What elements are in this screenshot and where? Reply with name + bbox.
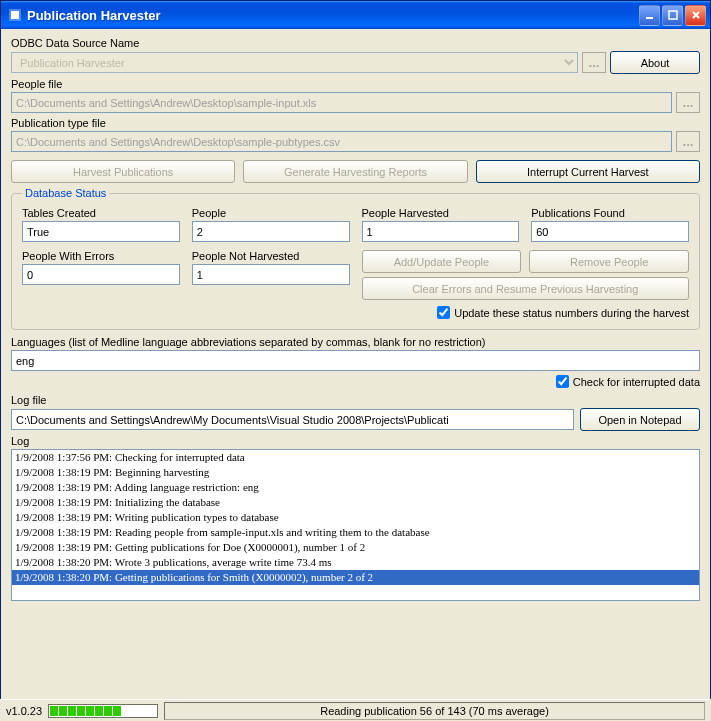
pubtype-file-browse-button: ... <box>676 131 700 152</box>
update-status-checkbox[interactable] <box>437 306 450 319</box>
odbc-browse-button: ... <box>582 52 606 73</box>
tables-created-label: Tables Created <box>22 207 180 219</box>
log-line[interactable]: 1/9/2008 1:38:20 PM: Wrote 3 publication… <box>12 555 699 570</box>
people-value <box>192 221 350 242</box>
add-update-people-button: Add/Update People <box>362 250 522 273</box>
languages-label: Languages (list of Medline language abbr… <box>11 336 700 348</box>
status-message: Reading publication 56 of 143 (70 ms ave… <box>164 702 705 720</box>
people-file-browse-button: ... <box>676 92 700 113</box>
window-title: Publication Harvester <box>27 8 637 23</box>
open-notepad-button[interactable]: Open in Notepad <box>580 408 700 431</box>
minimize-button[interactable] <box>639 5 660 26</box>
people-not-harvested-label: People Not Harvested <box>192 250 350 262</box>
logfile-input[interactable] <box>11 409 574 430</box>
close-button[interactable] <box>685 5 706 26</box>
app-icon <box>7 7 23 23</box>
remove-people-button: Remove People <box>529 250 689 273</box>
svg-rect-3 <box>669 11 677 19</box>
log-line[interactable]: 1/9/2008 1:38:19 PM: Getting publication… <box>12 540 699 555</box>
database-status-legend: Database Status <box>22 187 109 199</box>
people-file-label: People file <box>11 78 700 90</box>
version-label: v1.0.23 <box>6 705 42 717</box>
log-line[interactable]: 1/9/2008 1:38:19 PM: Beginning harvestin… <box>12 465 699 480</box>
maximize-button[interactable] <box>662 5 683 26</box>
titlebar: Publication Harvester <box>1 1 710 29</box>
pubtype-file-input <box>11 131 672 152</box>
log-listbox[interactable]: 1/9/2008 1:37:56 PM: Checking for interr… <box>11 449 700 601</box>
log-label: Log <box>11 435 700 447</box>
harvest-button: Harvest Publications <box>11 160 235 183</box>
interrupted-checkbox[interactable] <box>556 375 569 388</box>
logfile-label: Log file <box>11 394 700 406</box>
people-file-input <box>11 92 672 113</box>
log-line[interactable]: 1/9/2008 1:38:19 PM: Writing publication… <box>12 510 699 525</box>
languages-input[interactable] <box>11 350 700 371</box>
odbc-label: ODBC Data Source Name <box>11 37 700 49</box>
people-harvested-label: People Harvested <box>362 207 520 219</box>
database-status-group: Database Status Tables Created People Pe… <box>11 187 700 330</box>
update-status-checkbox-label[interactable]: Update these status numbers during the h… <box>437 306 689 319</box>
statusbar: v1.0.23 Reading publication 56 of 143 (7… <box>0 699 711 721</box>
people-harvested-value <box>362 221 520 242</box>
people-errors-label: People With Errors <box>22 250 180 262</box>
progress-bar <box>48 704 158 718</box>
odbc-select: Publication Harvester <box>11 52 578 73</box>
svg-rect-1 <box>11 11 19 19</box>
log-line[interactable]: 1/9/2008 1:38:20 PM: Getting publication… <box>12 570 699 585</box>
pubtype-file-label: Publication type file <box>11 117 700 129</box>
interrupt-button[interactable]: Interrupt Current Harvest <box>476 160 700 183</box>
people-errors-value <box>22 264 180 285</box>
people-not-harvested-value <box>192 264 350 285</box>
reports-button: Generate Harvesting Reports <box>243 160 467 183</box>
log-line[interactable]: 1/9/2008 1:37:56 PM: Checking for interr… <box>12 450 699 465</box>
tables-created-value <box>22 221 180 242</box>
svg-rect-2 <box>646 17 653 19</box>
log-line[interactable]: 1/9/2008 1:38:19 PM: Initializing the da… <box>12 495 699 510</box>
log-line[interactable]: 1/9/2008 1:38:19 PM: Adding language res… <box>12 480 699 495</box>
people-label: People <box>192 207 350 219</box>
interrupted-checkbox-label[interactable]: Check for interrupted data <box>556 375 700 388</box>
pubs-found-value <box>531 221 689 242</box>
clear-errors-button: Clear Errors and Resume Previous Harvest… <box>362 277 690 300</box>
log-line[interactable]: 1/9/2008 1:38:19 PM: Reading people from… <box>12 525 699 540</box>
about-button[interactable]: About <box>610 51 700 74</box>
pubs-found-label: Publications Found <box>531 207 689 219</box>
